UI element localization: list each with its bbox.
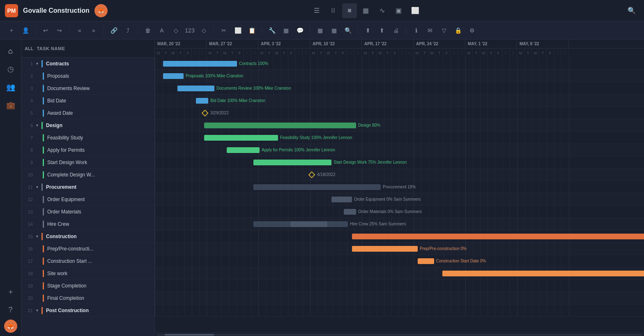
redo-button[interactable]: ↪ [53, 24, 66, 37]
people-icon[interactable]: 👥 [2, 79, 19, 95]
scrollbar-thumb[interactable] [165, 334, 214, 336]
task-row[interactable]: 12Order Equipment [21, 193, 154, 206]
calendar-view-icon[interactable]: ▣ [391, 3, 406, 18]
grid2-button[interactable]: ▦ [313, 24, 327, 37]
task-row[interactable]: 9Start Design Work [21, 156, 154, 169]
grid-button[interactable]: ▦ [279, 24, 292, 37]
add-project-icon[interactable]: ＋ [2, 283, 19, 300]
group-toggle-icon[interactable]: ▾ [36, 308, 38, 313]
lock-button[interactable]: 🔒 [451, 24, 465, 37]
grid-line [177, 255, 177, 267]
gantt-bar[interactable] [442, 271, 644, 276]
cut-button[interactable]: ✂ [217, 24, 230, 37]
task-row[interactable]: 16Prep/Pre-constructi... [21, 243, 154, 255]
user-avatar[interactable]: 🦊 [94, 4, 108, 17]
user-profile-icon[interactable]: 🦊 [4, 320, 17, 333]
task-row[interactable]: 1▾ Contracts [21, 58, 154, 70]
gantt-bar[interactable] [204, 135, 278, 141]
filter-button[interactable]: ▽ [437, 24, 451, 37]
zoom-button[interactable]: 🔍 [341, 24, 354, 37]
number-button[interactable]: 123 [183, 24, 196, 37]
task-row[interactable]: 18Site work [21, 267, 154, 280]
gantt-bar[interactable] [163, 61, 237, 67]
group-toggle-icon[interactable]: ▾ [36, 61, 38, 66]
comment-button[interactable]: 💬 [293, 24, 306, 37]
diamond-button[interactable]: ◇ [197, 24, 210, 37]
group-toggle-icon[interactable]: ▾ [36, 185, 38, 189]
task-row[interactable]: 5Award Date [21, 107, 154, 119]
task-row[interactable]: 15▾ Construction [21, 230, 154, 243]
briefcase-icon[interactable]: 💼 [2, 97, 19, 114]
grid-line [458, 95, 458, 107]
gantt-view-icon[interactable]: ≡ [342, 3, 357, 18]
task-row[interactable]: 2Proposals [21, 70, 154, 82]
gantt-bar[interactable] [352, 234, 644, 239]
paste-button[interactable]: 📋 [245, 24, 258, 37]
task-row[interactable]: 8Apply for Permits [21, 144, 154, 156]
gantt-bar[interactable] [163, 73, 184, 79]
group-toggle-icon[interactable]: ▾ [36, 234, 38, 239]
list-view-icon[interactable]: ☰ [309, 3, 324, 18]
unlink-button[interactable]: ⤴ [121, 24, 134, 37]
grid-line [332, 304, 333, 316]
columns-view-icon[interactable]: ⁞⁞ [326, 3, 340, 18]
undo-button[interactable]: ↩ [39, 24, 52, 37]
info-button[interactable]: ℹ [409, 24, 423, 37]
copy-button[interactable]: ⬜ [231, 24, 244, 37]
grid-line [317, 280, 318, 292]
task-row[interactable]: 13Order Materials [21, 206, 154, 218]
chart-view-icon[interactable]: ∿ [375, 3, 390, 18]
add-button[interactable]: ＋ [5, 24, 18, 37]
gantt-row [155, 255, 644, 267]
gantt-scrollbar[interactable] [155, 333, 644, 336]
clock-icon[interactable]: ◷ [2, 61, 19, 77]
indent-button[interactable]: » [87, 24, 100, 37]
table-view-icon[interactable]: ▦ [359, 3, 373, 18]
gantt-bar[interactable] [418, 258, 434, 264]
task-row[interactable]: 14Hire Crew [21, 218, 154, 230]
upload-button[interactable]: ⬆ [375, 24, 389, 37]
all-button[interactable]: ALL [25, 46, 33, 51]
settings-button[interactable]: ⚙ [465, 24, 478, 37]
task-row[interactable]: 3Documents Review [21, 82, 154, 95]
bar-label: Prep/Pre-construction 0% [420, 246, 467, 251]
gantt-bar[interactable] [331, 197, 352, 202]
gantt-bar[interactable] [253, 160, 331, 165]
task-row[interactable]: 20Final Completion [21, 292, 154, 304]
task-row[interactable]: 17Construction Start ... [21, 255, 154, 267]
text-button[interactable]: A [155, 24, 168, 37]
gantt-bar[interactable] [227, 147, 260, 153]
task-row[interactable]: 21▾ Post Construction [21, 304, 154, 317]
share-button[interactable]: ✉ [423, 24, 437, 37]
export-button[interactable]: ⬆ [361, 24, 375, 37]
help-icon[interactable]: ? [2, 301, 19, 318]
gantt-bar[interactable] [196, 98, 208, 104]
gantt-bar[interactable] [344, 209, 356, 215]
task-row[interactable]: 19Stage Completion [21, 280, 154, 292]
grid-line [465, 193, 466, 205]
grid-line [266, 169, 266, 181]
gantt-bar[interactable] [177, 86, 214, 91]
grid-line [207, 181, 207, 193]
task-row[interactable]: 7Feasibility Study [21, 132, 154, 144]
task-row[interactable]: 11▾ Procurement [21, 181, 154, 193]
grid3-button[interactable]: ▦ [327, 24, 340, 37]
gantt-bar[interactable] [253, 184, 381, 190]
home-icon[interactable]: ⌂ [2, 43, 19, 59]
task-row[interactable]: 4Bid Date [21, 95, 154, 107]
gantt-bar[interactable] [204, 123, 356, 128]
task-row[interactable]: 6▾ Design [21, 119, 154, 132]
delete-button[interactable]: 🗑 [141, 24, 154, 37]
doc-view-icon[interactable]: ⬜ [408, 3, 423, 18]
add-user-button[interactable]: 👤 [19, 24, 32, 37]
grid-line [236, 267, 237, 279]
outdent-button[interactable]: « [73, 24, 86, 37]
task-row[interactable]: 10Complete Design W... [21, 169, 154, 181]
tools-button[interactable]: 🔧 [265, 24, 278, 37]
group-toggle-icon[interactable]: ▾ [36, 123, 38, 127]
gantt-bar[interactable] [352, 246, 418, 252]
search-icon[interactable]: 🔍 [624, 3, 639, 18]
print-button[interactable]: 🖨 [389, 24, 402, 37]
link-button[interactable]: 🔗 [107, 24, 120, 37]
shape-button[interactable]: ◇ [169, 24, 182, 37]
